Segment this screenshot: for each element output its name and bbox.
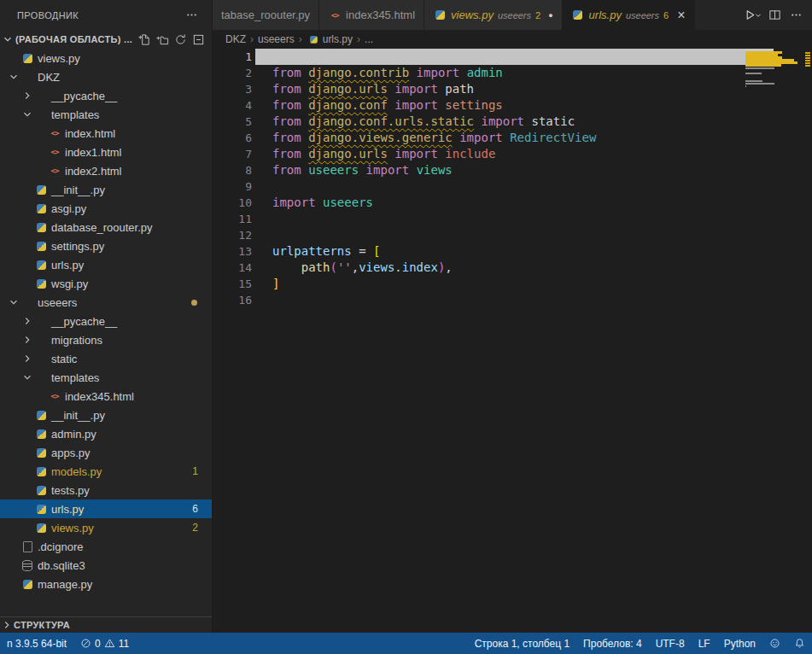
code-line-15[interactable]: 15]: [213, 276, 812, 292]
code-editor[interactable]: 12from django.contrib import admin3from …: [213, 49, 812, 633]
tree-item-index2.html[interactable]: <>index2.html: [0, 161, 212, 180]
status-language-mode[interactable]: Python: [717, 633, 762, 654]
more-editor-actions-icon[interactable]: [786, 6, 805, 25]
file-label: urls.py: [51, 503, 84, 516]
code-line-11[interactable]: 11: [213, 211, 812, 227]
status-notifications-icon[interactable]: [787, 633, 812, 654]
tree-item-db.sqlite3[interactable]: db.sqlite3: [0, 556, 212, 575]
file-label: __pycache__: [51, 90, 117, 102]
status-problems[interactable]: 011: [73, 633, 136, 654]
python-file-icon: [34, 483, 48, 497]
modified-dot: [191, 300, 197, 306]
tree-item-manage.py[interactable]: manage.py: [0, 575, 212, 593]
tree-item-database_roouter.py[interactable]: database_roouter.py: [0, 218, 212, 236]
status-cursor-position[interactable]: Строка 1, столбец 1: [468, 633, 576, 654]
code-line-1[interactable]: 1: [213, 49, 812, 65]
status-python-version[interactable]: n 3.9.5 64-bit: [0, 633, 73, 654]
tree-item-static[interactable]: static: [0, 349, 212, 368]
explorer-more-actions-icon[interactable]: [183, 7, 200, 24]
tree-item-DKZ[interactable]: DKZ: [0, 67, 212, 86]
line-content: path('',views.index),: [272, 260, 453, 274]
status-indentation[interactable]: Пробелов: 4: [576, 633, 649, 654]
tree-item-urls.py[interactable]: urls.py6: [0, 499, 212, 518]
line-content: from django.conf.urls.static import stat…: [272, 114, 575, 128]
tree-item-models.py[interactable]: models.py1: [0, 462, 212, 481]
tab-description: useeers: [498, 10, 531, 20]
tree-item-tests.py[interactable]: tests.py: [0, 481, 212, 499]
code-line-8[interactable]: 8from useeers import views: [213, 162, 812, 178]
code-line-3[interactable]: 3from django.urls import path: [213, 81, 812, 97]
split-editor-icon[interactable]: [765, 6, 784, 25]
code-line-7[interactable]: 7from django.urls import include: [213, 146, 812, 162]
status-right: Строка 1, столбец 1Пробелов: 4UTF-8LFPyt…: [468, 633, 812, 654]
python-file-icon: [34, 239, 48, 253]
tree-item-wsgi.py[interactable]: wsgi.py: [0, 274, 212, 293]
tab-tabase_roouter.py[interactable]: tabase_roouter.py: [213, 0, 319, 30]
tree-item-__pycache__[interactable]: __pycache__: [0, 312, 212, 330]
outline-section-header[interactable]: СТРУКТУРА: [0, 616, 212, 633]
run-python-file-icon[interactable]: [744, 6, 762, 25]
tree-item-.dcignore[interactable]: .dcignore: [0, 537, 212, 556]
tree-item-index1.html[interactable]: <>index1.html: [0, 143, 212, 161]
breadcrumb-item[interactable]: ...: [365, 33, 373, 45]
tab-urls.py[interactable]: urls.pyuseeers6×: [563, 0, 695, 30]
tree-item-asgi.py[interactable]: asgi.py: [0, 199, 212, 218]
code-line-13[interactable]: 13urlpatterns = [: [213, 243, 812, 260]
breadcrumb: DKZ›useeers›urls.py›...: [213, 30, 812, 49]
refresh-explorer-icon[interactable]: [172, 31, 189, 48]
code-line-2[interactable]: 2from django.contrib import admin: [213, 65, 812, 81]
code-line-14[interactable]: 14 path('',views.index),: [213, 260, 812, 276]
overview-warning-tick: [805, 62, 810, 64]
twistie-slot: [7, 540, 20, 553]
workspace-section-header[interactable]: (РАБОЧАЯ ОБЛАСТЬ) ...: [0, 30, 212, 49]
tree-item-migrations[interactable]: migrations: [0, 330, 212, 349]
file-label: manage.py: [38, 578, 92, 591]
status-feedback-icon[interactable]: [762, 633, 787, 654]
code-line-4[interactable]: 4from django.conf import settings: [213, 97, 812, 114]
file-label: index.html: [65, 127, 115, 140]
status-eol[interactable]: LF: [692, 633, 717, 654]
code-line-10[interactable]: 10import useeers: [213, 195, 812, 211]
breadcrumb-item[interactable]: DKZ: [225, 33, 246, 45]
tab-index345.html[interactable]: <>index345.html: [319, 0, 424, 30]
tree-item-index.html[interactable]: <>index.html: [0, 124, 212, 143]
code-line-12[interactable]: 12: [213, 227, 812, 243]
explorer-title: ПРОВОДНИК: [17, 10, 79, 20]
tree-item-index345.html[interactable]: <>index345.html: [0, 387, 212, 406]
html-file-icon: <>: [48, 389, 61, 403]
file-label: static: [51, 353, 77, 365]
tree-item-__pycache__[interactable]: __pycache__: [0, 86, 212, 105]
tree-item-settings.py[interactable]: settings.py: [0, 236, 212, 255]
minimap[interactable]: [745, 49, 803, 90]
line-number: 5: [213, 114, 252, 130]
tab-views.py[interactable]: views.pyuseeers2●: [424, 0, 563, 30]
code-line-6[interactable]: 6from django.views.generic import Redire…: [213, 130, 812, 146]
code-line-9[interactable]: 9: [213, 178, 812, 195]
new-folder-icon[interactable]: [154, 31, 171, 48]
file-label: index345.html: [65, 390, 134, 403]
folder-icon-slot: [34, 314, 48, 328]
new-file-icon[interactable]: [136, 31, 153, 48]
breadcrumb-item[interactable]: useeers: [258, 33, 295, 45]
tree-item-useeers[interactable]: useeers: [0, 293, 212, 312]
line-number: 12: [213, 227, 252, 243]
tree-item-__init__.py[interactable]: __init__.py: [0, 406, 212, 424]
tree-item-urls.py[interactable]: urls.py: [0, 255, 212, 274]
code-line-5[interactable]: 5from django.conf.urls.static import sta…: [213, 114, 812, 130]
tree-item-admin.py[interactable]: admin.py: [0, 424, 212, 443]
file-label: admin.py: [51, 428, 96, 441]
tree-item-apps.py[interactable]: apps.py: [0, 443, 212, 462]
breadcrumb-item[interactable]: urls.py: [307, 32, 353, 46]
collapse-folders-icon[interactable]: [190, 31, 207, 48]
tree-item-views.py[interactable]: views.py: [0, 49, 212, 67]
tree-item-views.py[interactable]: views.py2: [0, 518, 212, 537]
html-file-icon: <>: [48, 164, 61, 178]
dirty-indicator: ●: [548, 11, 552, 20]
tree-item-templates[interactable]: templates: [0, 368, 212, 387]
line-number: 15: [213, 276, 252, 292]
tree-item-__init__.py[interactable]: __init__.py: [0, 180, 212, 199]
code-line-16[interactable]: 16: [213, 292, 812, 308]
close-tab-icon[interactable]: ×: [677, 9, 685, 22]
tree-item-templates[interactable]: templates: [0, 105, 212, 124]
status-encoding[interactable]: UTF-8: [649, 633, 692, 654]
